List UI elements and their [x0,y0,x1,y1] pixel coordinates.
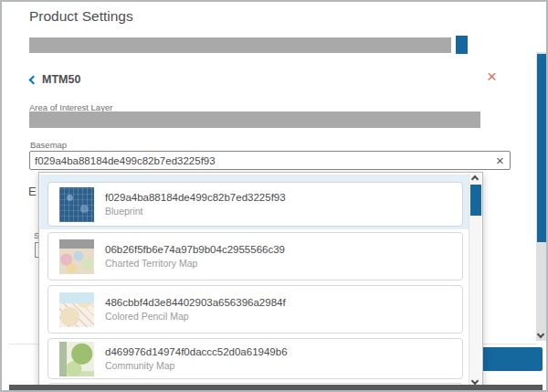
basemap-option-id: d469976d14974f0daccc52d0a61949b6 [105,346,288,357]
basemap-option-id: 06b26f5fb6e74a97b9b04c2955566c39 [105,244,285,255]
back-button[interactable]: MTM50 [29,71,93,90]
product-settings-dialog: Product Settings MTM50 × Area of Interes… [0,0,548,392]
basemap-option-name: Colored Pencil Map [105,311,286,322]
dialog-scrollbar-thumb[interactable] [537,54,547,242]
redacted-field [29,111,480,128]
page-title: Product Settings [29,8,133,25]
dialog-scrollbar[interactable] [536,52,548,341]
charted-territory-map-thumbnail [59,239,94,274]
basemap-option[interactable]: 06b26f5fb6e74a97b9b04c2955566c39 Charted… [47,232,463,281]
basemap-option[interactable]: 486cbbf4d3e84402903a656396a2984f Colored… [47,285,463,334]
bottom-edge-bar [9,385,543,392]
basemap-dropdown: f029a4ba88184de499c82b7ed3225f93 Bluepri… [38,172,483,392]
clear-input-icon[interactable]: × [496,153,504,169]
back-label: MTM50 [42,73,80,86]
scroll-down-icon[interactable] [537,331,544,338]
basemap-option-name: Community Map [105,360,288,371]
redacted-accent-block [456,36,468,54]
back-chevron-icon [29,76,38,85]
basemap-option-name: Charted Territory Map [105,258,285,269]
basemap-option[interactable]: d469976d14974f0daccc52d0a61949b6 Communi… [47,338,463,379]
dropdown-scrollbar[interactable] [469,174,481,392]
basemap-label: Basemap [30,140,67,150]
basemap-option-id: f029a4ba88184de499c82b7ed3225f93 [105,192,286,203]
blueprint-map-thumbnail [59,187,94,222]
colored-pencil-map-thumbnail [59,292,94,327]
scroll-down-icon[interactable] [471,377,479,385]
basemap-option-id: 486cbbf4d3e84402903a656396a2984f [105,297,286,308]
close-icon[interactable]: × [487,68,497,85]
redacted-field [29,37,451,53]
occluded-label-fragment: E [28,185,37,198]
basemap-option[interactable]: f029a4ba88184de499c82b7ed3225f93 Bluepri… [47,182,463,227]
basemap-option-name: Blueprint [105,206,286,217]
community-map-thumbnail [59,342,94,376]
dropdown-scrollbar-thumb[interactable] [470,185,481,216]
scroll-up-icon[interactable] [471,175,479,183]
basemap-input[interactable] [29,151,511,170]
